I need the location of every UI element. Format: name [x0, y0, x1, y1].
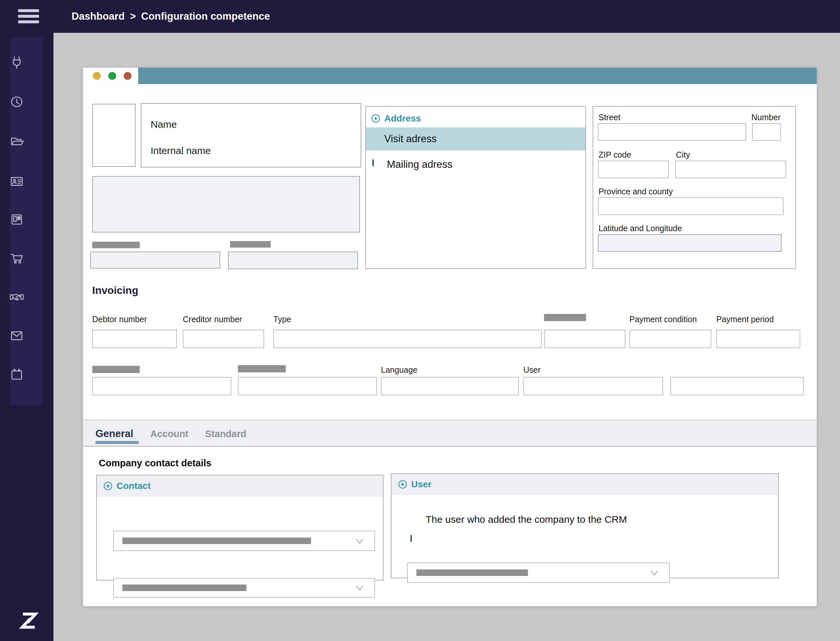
contact-card-icon[interactable]	[9, 174, 24, 189]
mailing-address-label: Mailing adress	[387, 159, 453, 171]
tab-account[interactable]: Account	[150, 420, 188, 447]
unlabeled-invoicing-input[interactable]	[544, 330, 625, 348]
company-contact-details-heading: Company contact details	[99, 458, 211, 469]
street-input[interactable]	[598, 123, 746, 141]
invoicing-title: Invoicing	[92, 284, 138, 296]
breadcrumb-separator: >	[130, 11, 136, 23]
address-fields-panel: Street Number ZIP code City Province and…	[593, 106, 796, 269]
mail-icon[interactable]	[9, 328, 24, 343]
window-dot-green-icon	[108, 72, 116, 80]
window-dot-yellow-icon	[93, 72, 101, 80]
user-dropdown[interactable]	[407, 562, 670, 583]
address-panel-title: Address	[384, 113, 421, 124]
user-panel-header: User	[398, 479, 432, 490]
placeholder-label-bar	[544, 314, 586, 321]
handshake-icon[interactable]	[9, 289, 24, 304]
shopping-cart-icon[interactable]	[9, 251, 24, 266]
unlabeled-invoicing-input[interactable]	[670, 377, 803, 395]
latlong-label: Latitude and Longitude	[599, 224, 682, 233]
user-input[interactable]	[524, 377, 663, 395]
province-input[interactable]	[598, 197, 784, 215]
zip-input[interactable]	[598, 161, 669, 178]
province-label: Province and county	[599, 187, 673, 196]
hamburger-menu-icon[interactable]	[18, 9, 39, 24]
zip-label: ZIP code	[599, 150, 631, 159]
user-panel: User The user who added the company to t…	[391, 473, 779, 578]
number-label: Number	[752, 113, 781, 122]
contact-panel: Contact	[96, 475, 384, 581]
contact-dropdown-2[interactable]	[113, 578, 375, 598]
payment-condition-input[interactable]	[630, 330, 712, 348]
type-label: Type	[273, 315, 291, 324]
chevron-down-icon	[354, 582, 365, 593]
contact-dropdown-1[interactable]	[113, 531, 375, 551]
breadcrumb-current-page: Configuration competence	[141, 11, 270, 23]
configuration-card: Name Internal name Address Visit adress …	[83, 67, 817, 607]
language-input[interactable]	[381, 377, 519, 395]
user-panel-title: User	[411, 479, 432, 490]
contact-panel-header: Contact	[103, 481, 151, 491]
plug-icon[interactable]	[9, 55, 24, 70]
clock-icon[interactable]	[9, 94, 24, 110]
active-tab-underline	[95, 441, 139, 444]
mailing-address-checkbox[interactable]	[373, 159, 374, 166]
chevron-down-icon	[354, 535, 365, 546]
plus-circle-icon[interactable]	[103, 482, 112, 491]
creditor-number-label: Creditor number	[183, 315, 242, 324]
visit-address-row[interactable]: Visit adress	[366, 127, 585, 150]
payment-condition-label: Payment condition	[630, 315, 697, 324]
user-label: User	[524, 365, 541, 375]
chevron-down-icon	[649, 567, 660, 578]
address-panel-header: Address	[371, 113, 421, 124]
sidebar	[0, 33, 53, 641]
internal-name-label: Internal name	[151, 145, 210, 156]
latlong-input-disabled	[598, 234, 782, 252]
calendar-icon[interactable]	[9, 367, 24, 382]
address-panel: Address Visit adress Mailing adress	[365, 106, 586, 269]
plus-circle-icon[interactable]	[371, 114, 380, 123]
placeholder-label-bar	[92, 366, 140, 373]
debtor-number-label: Debtor number	[92, 315, 147, 324]
contact-panel-title: Contact	[116, 481, 151, 491]
company-logo-box[interactable]	[92, 104, 135, 167]
kanban-board-icon[interactable]	[9, 212, 24, 227]
type-input[interactable]	[273, 330, 542, 348]
crm-user-checkbox[interactable]	[411, 535, 412, 542]
placeholder-label-bar	[238, 365, 286, 372]
visit-address-label: Visit adress	[384, 133, 437, 145]
creditor-number-input[interactable]	[183, 330, 264, 348]
name-label: Name	[151, 119, 177, 130]
window-dot-red-icon	[124, 72, 132, 80]
placeholder-label-bar	[92, 242, 140, 248]
placeholder-value-bar	[416, 569, 528, 576]
description-textarea[interactable]	[92, 176, 360, 232]
app-logo[interactable]	[18, 610, 39, 631]
top-bar: Dashboard > Configuration competence	[0, 0, 840, 33]
breadcrumb-dashboard-link[interactable]: Dashboard	[72, 11, 125, 23]
unlabeled-invoicing-input[interactable]	[92, 377, 231, 395]
city-input[interactable]	[675, 161, 786, 178]
crm-user-checkbox-label: The user who added the company to the CR…	[426, 514, 627, 525]
city-label: City	[676, 150, 690, 159]
folder-open-icon[interactable]	[9, 134, 24, 149]
language-label: Language	[381, 365, 418, 375]
placeholder-value-bar	[122, 538, 311, 544]
placeholder-value-bar	[122, 585, 246, 591]
unlabeled-invoicing-input[interactable]	[238, 377, 377, 395]
window-tab	[83, 68, 138, 84]
extra-field-input[interactable]	[228, 251, 358, 269]
payment-period-label: Payment period	[716, 315, 774, 324]
company-name-box: Name Internal name	[141, 103, 361, 167]
breadcrumb: Dashboard > Configuration competence	[72, 0, 270, 33]
payment-period-input[interactable]	[716, 330, 800, 348]
debtor-number-input[interactable]	[92, 330, 177, 348]
mailing-address-row: Mailing adress	[366, 156, 585, 174]
street-label: Street	[599, 113, 620, 122]
placeholder-label-bar	[230, 241, 271, 248]
tab-bar: General Account Standard	[83, 420, 817, 446]
tab-standard[interactable]: Standard	[205, 420, 246, 447]
extra-field-input[interactable]	[90, 251, 220, 269]
plus-circle-icon[interactable]	[398, 480, 407, 489]
number-input[interactable]	[752, 123, 781, 141]
window-header-bar	[138, 68, 817, 84]
